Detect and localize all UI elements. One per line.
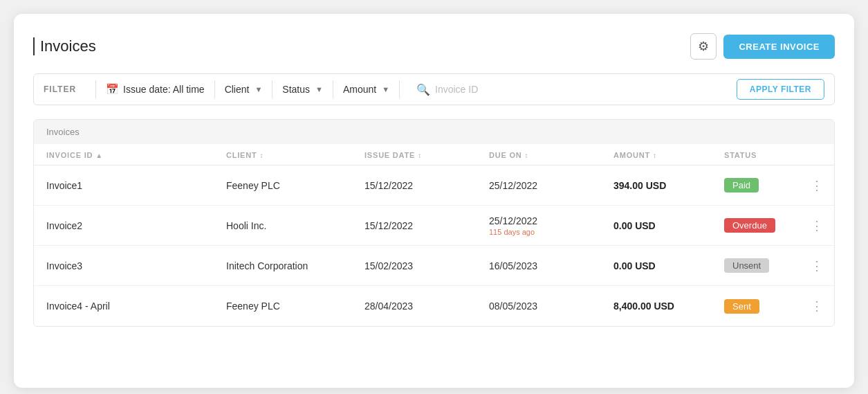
more-actions-cell: ⋮: [807, 176, 835, 195]
create-invoice-button[interactable]: CREATE INVOICE: [723, 35, 835, 59]
status-badge: Paid: [724, 178, 759, 192]
client-cell: Hooli Inc.: [226, 220, 364, 231]
more-actions-cell: ⋮: [807, 216, 835, 235]
status-cell: Paid: [724, 178, 807, 192]
chevron-down-icon-3: ▼: [382, 85, 389, 93]
col-issue-date: ISSUE DATE ↕: [364, 151, 489, 159]
filter-bar: FILTER 📅 Issue date: All time Client ▼ S…: [33, 73, 835, 105]
due-on-cell: 08/05/2023: [489, 301, 613, 312]
more-button[interactable]: ⋮: [807, 296, 827, 316]
more-button[interactable]: ⋮: [807, 256, 827, 276]
apply-filter-button[interactable]: APPLY FILTER: [737, 79, 824, 100]
amount-cell: 8,400.00 USD: [613, 301, 724, 312]
client-cell: Initech Corporation: [226, 260, 364, 271]
amount-filter-label: Amount: [343, 84, 376, 95]
filter-divider-3: [272, 80, 273, 98]
more-actions-cell: ⋮: [807, 296, 835, 316]
gear-icon: ⚙: [698, 39, 709, 54]
amount-cell: 0.00 USD: [613, 260, 724, 271]
invoice-id-cell: Invoice4 - April: [46, 301, 226, 312]
column-headers: INVOICE ID ▲ CLIENT ↕ ISSUE DATE ↕ DUE O…: [34, 144, 834, 165]
col-invoice-id: INVOICE ID ▲: [46, 151, 226, 159]
status-filter[interactable]: Status ▼: [281, 84, 324, 95]
chevron-down-icon: ▼: [255, 85, 262, 93]
amount-cell: 0.00 USD: [613, 220, 724, 231]
header-actions: ⚙ CREATE INVOICE: [690, 33, 835, 60]
table-row[interactable]: Invoice4 - April Feeney PLC 28/04/2023 0…: [34, 286, 834, 326]
status-cell: Overdue: [724, 218, 807, 233]
due-on-cell: 25/12/2022115 days ago: [489, 215, 613, 236]
client-filter[interactable]: Client ▼: [223, 84, 264, 95]
amount-cell: 394.00 USD: [613, 180, 724, 191]
sort-icon-due-on: ↕: [525, 152, 529, 159]
col-amount: AMOUNT ↕: [613, 151, 724, 159]
sort-icon-issue-date: ↕: [418, 152, 422, 159]
table-row[interactable]: Invoice3 Initech Corporation 15/02/2023 …: [34, 246, 834, 286]
table-section-label: Invoices: [34, 120, 834, 144]
invoice-id-cell: Invoice2: [46, 220, 226, 231]
filter-divider-4: [333, 80, 333, 98]
more-button[interactable]: ⋮: [807, 216, 827, 235]
main-card: Invoices ⚙ CREATE INVOICE FILTER 📅 Issue…: [14, 14, 854, 388]
search-icon: 🔍: [416, 83, 430, 96]
filter-divider-2: [214, 80, 215, 98]
status-cell: Sent: [724, 299, 807, 314]
status-cell: Unsent: [724, 258, 807, 273]
table-row[interactable]: Invoice2 Hooli Inc. 15/12/2022 25/12/202…: [34, 206, 834, 246]
table-rows: Invoice1 Feeney PLC 15/12/2022 25/12/202…: [34, 165, 834, 326]
chevron-down-icon-2: ▼: [315, 85, 323, 93]
status-badge: Sent: [724, 299, 759, 314]
date-filter-label: Issue date: All time: [123, 84, 205, 95]
status-badge: Overdue: [724, 218, 775, 233]
sort-icon-invoice-id: ▲: [95, 152, 103, 159]
filter-divider-5: [399, 80, 400, 98]
more-button[interactable]: ⋮: [807, 176, 827, 195]
invoice-id-cell: Invoice3: [46, 260, 226, 271]
due-on-cell: 16/05/2023: [489, 260, 613, 271]
status-filter-label: Status: [282, 84, 310, 95]
col-status: STATUS: [724, 151, 807, 159]
invoices-table: Invoices INVOICE ID ▲ CLIENT ↕ ISSUE DAT…: [33, 119, 835, 327]
invoice-id-cell: Invoice1: [46, 180, 226, 191]
table-row[interactable]: Invoice1 Feeney PLC 15/12/2022 25/12/202…: [34, 165, 834, 206]
issue-date-cell: 15/02/2023: [364, 260, 489, 271]
more-actions-cell: ⋮: [807, 256, 835, 276]
col-due-on: DUE ON ↕: [489, 151, 613, 159]
settings-button[interactable]: ⚙: [690, 33, 717, 60]
issue-date-cell: 28/04/2023: [364, 301, 489, 312]
issue-date-cell: 15/12/2022: [364, 180, 489, 191]
calendar-icon: 📅: [106, 83, 119, 96]
amount-filter[interactable]: Amount ▼: [342, 84, 391, 95]
sort-icon-amount: ↕: [653, 152, 657, 159]
issue-date-cell: 15/12/2022: [364, 220, 489, 231]
due-on-cell: 25/12/2022: [489, 180, 613, 191]
client-filter-label: Client: [225, 84, 250, 95]
page-title: Invoices: [33, 37, 96, 55]
status-badge: Unsent: [724, 258, 769, 273]
filter-divider: [95, 80, 96, 98]
client-cell: Feeney PLC: [226, 180, 364, 191]
col-client: CLIENT ↕: [226, 151, 364, 159]
filter-label: FILTER: [44, 84, 76, 94]
search-input[interactable]: [435, 84, 518, 95]
date-filter[interactable]: 📅 Issue date: All time: [104, 83, 206, 96]
sort-icon-client: ↕: [260, 152, 264, 159]
client-cell: Feeney PLC: [226, 301, 364, 312]
page-header: Invoices ⚙ CREATE INVOICE: [33, 33, 835, 60]
col-actions: [807, 151, 835, 159]
invoice-id-search: 🔍: [416, 83, 518, 96]
